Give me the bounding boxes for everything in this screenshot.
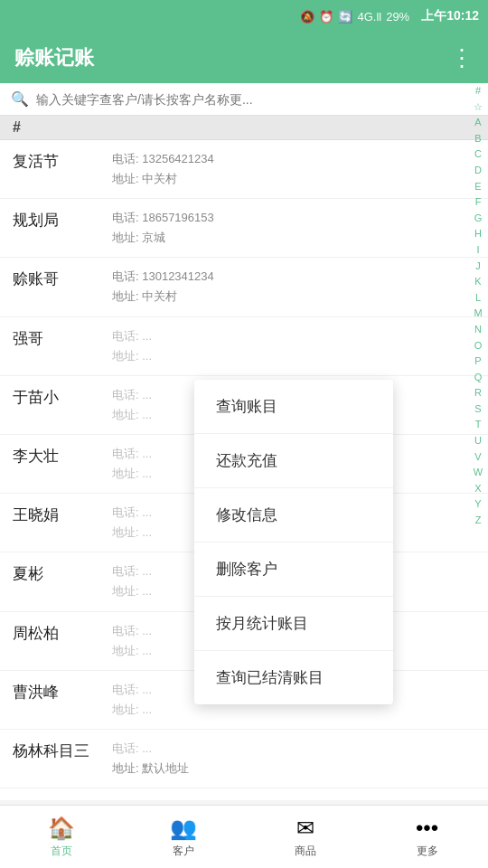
menu-item-edit-info[interactable]: 修改信息 [194,488,393,542]
status-wifi-icon: 🔄 [338,10,352,24]
alpha-b[interactable]: B [474,131,481,147]
nav-item-products[interactable]: ✉ 商品 [244,810,366,864]
alpha-group-header: # [0,116,488,140]
status-mute-icon: 🔕 [300,10,314,24]
contact-phone: 电话: 18657196153 [112,208,214,228]
status-icons: 🔕 ⏰ 🔄 4G.ll 29% 上午10:12 [300,8,479,24]
contact-name: 强哥 [13,326,112,349]
contact-name: 杨林科目三 [13,739,112,761]
status-bar: 🔕 ⏰ 🔄 4G.ll 29% 上午10:12 [0,0,488,33]
alpha-star[interactable]: ☆ [474,99,483,116]
contact-address: 地址: 中关村 [112,169,214,189]
alpha-g[interactable]: G [474,211,483,227]
alpha-l[interactable]: L [475,290,481,307]
contact-phone-partial: 电话: ... [112,444,152,464]
nav-label-customers: 客户 [173,844,194,859]
alpha-y[interactable]: Y [474,496,481,513]
contact-name: 夏彬 [13,561,112,584]
contact-details: 电话: ... 地址: ... [112,444,152,484]
alpha-f[interactable]: F [475,194,482,211]
contact-details: 电话: ... 地址: ... [112,326,152,366]
alpha-q[interactable]: Q [474,370,483,386]
contact-name: 赊账哥 [13,267,112,289]
alpha-a[interactable]: A [474,115,481,131]
alpha-j[interactable]: J [475,259,481,275]
contact-item[interactable]: 规划局 电话: 18657196153 地址: 京城 [0,199,488,258]
app-title: 赊账记账 [14,44,94,71]
nav-label-products: 商品 [295,844,316,859]
more-button[interactable]: ⋮ [450,46,474,70]
alpha-o[interactable]: O [474,338,483,354]
contact-phone-partial: 电话: ... [112,621,152,641]
alpha-v[interactable]: V [474,449,481,466]
contact-item[interactable]: 赊账哥 电话: 13012341234 地址: 中关村 [0,258,488,316]
alpha-i[interactable]: I [476,242,479,259]
contact-details: 电话: ... 地址: ... [112,503,152,542]
menu-item-query-account[interactable]: 查询账目 [194,380,393,434]
alpha-e[interactable]: E [474,179,481,195]
contact-name: 规划局 [13,208,112,231]
nav-item-home[interactable]: 🏠 首页 [0,810,122,864]
alpha-x[interactable]: X [474,481,481,497]
contact-details: 电话: ... 地址: ... [112,385,152,425]
status-time: 上午10:12 [421,8,479,24]
menu-item-monthly-stats[interactable]: 按月统计账目 [194,597,393,651]
contact-address-partial: 地址: ... [112,641,152,661]
contact-name: 王晓娟 [13,503,112,525]
nav-item-customers[interactable]: 👥 客户 [122,810,244,864]
menu-item-query-cleared[interactable]: 查询已结清账目 [194,651,393,704]
contact-address: 地址: 中关村 [112,287,214,307]
menu-item-repay[interactable]: 还款充值 [194,434,393,488]
contact-details: 电话: ... 地址: ... [112,621,152,661]
contact-name: 复活节 [13,149,112,172]
contact-item[interactable]: 杨林科目三 电话: ... 地址: 默认地址 [0,730,488,788]
menu-item-delete-customer[interactable]: 删除客户 [194,542,393,597]
search-icon: 🔍 [11,90,29,108]
search-input[interactable] [36,92,477,107]
nav-label-home: 首页 [51,844,72,859]
contact-item[interactable]: 强哥 电话: ... 地址: ... [0,317,488,376]
home-icon: 🏠 [48,816,75,841]
alpha-p[interactable]: P [474,354,481,370]
contact-phone-partial: 电话: ... [112,739,189,759]
alpha-n[interactable]: N [474,322,482,338]
alpha-h[interactable]: H [474,226,482,242]
alpha-m[interactable]: M [474,306,482,322]
contact-address-partial: 地址: ... [112,581,152,601]
status-signal-icon: 4G.ll [357,10,381,24]
contact-phone: 电话: 13256421234 [112,149,214,169]
status-battery: 29% [386,10,409,24]
contact-phone-partial: 电话: ... [112,385,152,405]
contact-details: 电话: ... 地址: ... [112,680,152,720]
contact-address: 地址: 默认地址 [112,759,189,778]
contact-phone: 电话: 13012341234 [112,267,214,287]
alpha-z[interactable]: Z [475,513,482,529]
alpha-d[interactable]: D [474,163,482,179]
contact-details: 电话: 13012341234 地址: 中关村 [112,267,214,307]
nav-item-more[interactable]: ••• 更多 [366,810,488,864]
alphabet-sidebar: # ☆ A B C D E F G H I J K L M N O P Q R … [468,83,488,529]
alpha-k[interactable]: K [474,274,481,290]
contact-details: 电话: 18657196153 地址: 京城 [112,208,214,248]
contact-address-partial: 地址: ... [112,346,152,366]
alpha-t[interactable]: T [475,417,482,433]
alpha-u[interactable]: U [474,433,482,449]
alpha-c[interactable]: C [474,146,482,163]
contact-details: 电话: ... 地址: ... [112,561,152,601]
alpha-hash[interactable]: # [475,83,481,99]
search-bar: 🔍 [0,83,488,116]
contact-name: 周松柏 [13,621,112,644]
app-header: 赊账记账 ⋮ [0,33,488,83]
alpha-s[interactable]: S [474,401,481,418]
bottom-navigation: 🏠 首页 👥 客户 ✉ 商品 ••• 更多 [0,805,488,868]
alpha-w[interactable]: W [474,465,483,481]
contact-item[interactable]: 复活节 电话: 13256421234 地址: 中关村 [0,140,488,199]
contact-phone-partial: 电话: ... [112,503,152,523]
contact-name [13,797,112,799]
contact-phone-partial: 电话: ... [112,326,152,346]
products-icon: ✉ [296,816,314,841]
contact-name: 于苗小 [13,385,112,408]
contact-item[interactable]: 电话: 15891168876 [0,788,488,800]
status-alarm-icon: ⏰ [319,10,333,24]
alpha-r[interactable]: R [474,385,482,401]
